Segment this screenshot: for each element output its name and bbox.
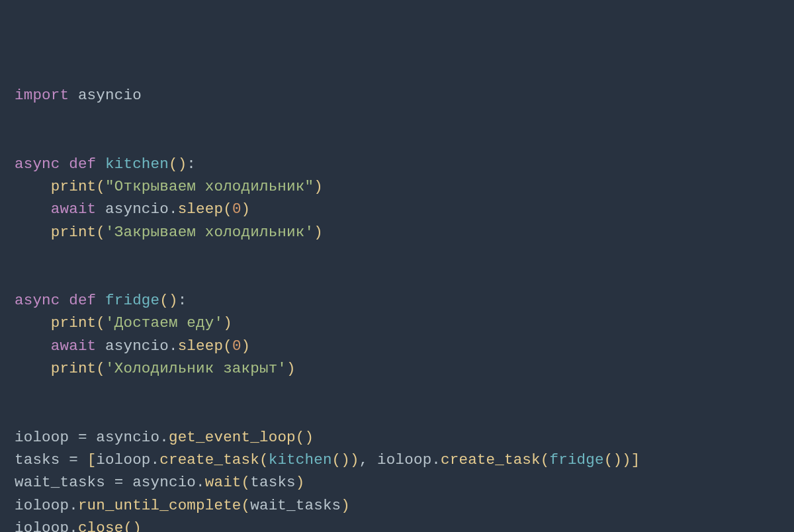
token-paren: ()) xyxy=(332,451,359,468)
code-line[interactable]: print('Достаем еду') xyxy=(15,312,779,334)
token-string: 'Закрываем холодильник' xyxy=(105,224,314,241)
token-call: print xyxy=(51,360,97,377)
token-paren: ( xyxy=(223,200,232,218)
code-line[interactable] xyxy=(15,267,779,289)
token-paren: ( xyxy=(223,337,232,355)
code-line[interactable]: ioloop = asyncio.get_event_loop() xyxy=(15,426,779,449)
token-module: asyncio xyxy=(87,429,160,446)
token-punct: . xyxy=(169,337,178,355)
code-line[interactable] xyxy=(15,130,779,152)
token-punct: . xyxy=(431,451,441,468)
token-punct: = xyxy=(78,429,87,446)
token-call: close xyxy=(78,519,124,532)
token-string: "Открываем холодильник" xyxy=(105,178,314,195)
token-punct: , xyxy=(359,451,369,468)
token-module: ioloop xyxy=(96,451,150,468)
token-punct: = xyxy=(114,474,124,491)
token-paren: ) xyxy=(296,474,305,491)
token-punct: = xyxy=(69,451,78,468)
code-line[interactable]: ioloop.close() xyxy=(15,517,779,532)
token-punct: . xyxy=(69,497,78,514)
code-line[interactable]: import asyncio xyxy=(15,84,779,107)
code-line[interactable]: print('Холодильник закрыт') xyxy=(15,357,779,380)
token-paren: ] xyxy=(631,451,640,468)
token-punct: : xyxy=(178,292,187,309)
code-line[interactable]: print('Закрываем холодильник') xyxy=(15,221,779,244)
token-paren: ( xyxy=(96,178,105,195)
token-paren: () xyxy=(169,155,187,173)
token-keyword: def xyxy=(69,292,105,309)
token-keyword: async xyxy=(15,292,69,309)
token-keyword: await xyxy=(51,200,105,218)
code-line[interactable]: print("Открываем холодильник") xyxy=(15,175,779,198)
code-line[interactable] xyxy=(15,244,779,266)
code-line[interactable]: async def kitchen(): xyxy=(15,153,779,175)
token-paren: ) xyxy=(242,337,251,355)
token-paren: ) xyxy=(341,497,350,514)
token-keyword: import xyxy=(15,87,78,104)
code-line[interactable] xyxy=(15,380,779,403)
token-call: run_until_complete xyxy=(78,497,242,514)
code-line[interactable]: await asyncio.sleep(0) xyxy=(15,335,779,357)
token-module: asyncio xyxy=(78,87,142,104)
token-call: wait xyxy=(205,474,242,491)
token-punct: . xyxy=(159,429,169,446)
token-call: sleep xyxy=(178,337,224,355)
token-string: 'Достаем еду' xyxy=(105,314,223,332)
token-punct: . xyxy=(151,451,160,468)
token-module: asyncio xyxy=(123,474,196,491)
token-paren: ( xyxy=(96,360,105,377)
token-module: tasks xyxy=(15,451,69,468)
token-call: get_event_loop xyxy=(169,429,296,446)
token-keyword: def xyxy=(69,155,105,173)
token-punct: . xyxy=(196,474,205,491)
token-module: tasks xyxy=(250,474,296,491)
code-line[interactable]: await asyncio.sleep(0) xyxy=(15,198,779,220)
token-paren: () xyxy=(123,519,141,532)
token-module: wait_tasks xyxy=(250,497,341,514)
token-module xyxy=(15,224,51,241)
token-paren: ) xyxy=(242,200,251,218)
token-callteal: fridge xyxy=(549,451,603,468)
token-module: ioloop xyxy=(15,429,78,446)
token-paren: ( xyxy=(541,451,550,468)
token-number: 0 xyxy=(232,200,242,218)
code-block[interactable]: import asyncio async def kitchen(): prin… xyxy=(15,84,779,532)
token-module xyxy=(15,360,51,377)
token-module: asyncio xyxy=(105,200,169,218)
token-module xyxy=(15,178,51,195)
token-paren: ) xyxy=(314,178,323,195)
token-module xyxy=(15,337,51,355)
token-paren: ( xyxy=(242,474,251,491)
code-line[interactable]: tasks = [ioloop.create_task(kitchen()), … xyxy=(15,449,779,471)
token-keyword: await xyxy=(51,337,105,355)
token-paren: () xyxy=(296,429,314,446)
token-call: print xyxy=(51,314,97,332)
token-paren: [ xyxy=(87,451,97,468)
token-module: asyncio xyxy=(105,337,169,355)
token-punct: . xyxy=(169,200,178,218)
token-paren: ()) xyxy=(604,451,631,468)
token-paren: ( xyxy=(96,314,105,332)
code-line[interactable]: ioloop.run_until_complete(wait_tasks) xyxy=(15,494,779,517)
token-module: ioloop xyxy=(368,451,431,468)
token-punct: : xyxy=(187,155,196,173)
code-line[interactable] xyxy=(15,403,779,425)
token-defname: kitchen xyxy=(105,155,169,173)
token-call: print xyxy=(51,224,97,241)
token-callteal: kitchen xyxy=(269,451,332,468)
token-punct: . xyxy=(69,519,78,532)
token-module: wait_tasks xyxy=(15,474,114,491)
token-paren: () xyxy=(159,292,177,309)
code-line[interactable] xyxy=(15,107,779,130)
code-line[interactable]: async def fridge(): xyxy=(15,289,779,312)
token-call: sleep xyxy=(178,200,224,218)
token-module xyxy=(15,314,51,332)
code-line[interactable]: wait_tasks = asyncio.wait(tasks) xyxy=(15,471,779,494)
token-call: print xyxy=(51,178,97,195)
token-paren: ( xyxy=(96,224,105,241)
token-module: ioloop xyxy=(15,519,69,532)
token-number: 0 xyxy=(232,337,242,355)
token-module xyxy=(78,451,87,468)
token-string: 'Холодильник закрыт' xyxy=(105,360,287,377)
